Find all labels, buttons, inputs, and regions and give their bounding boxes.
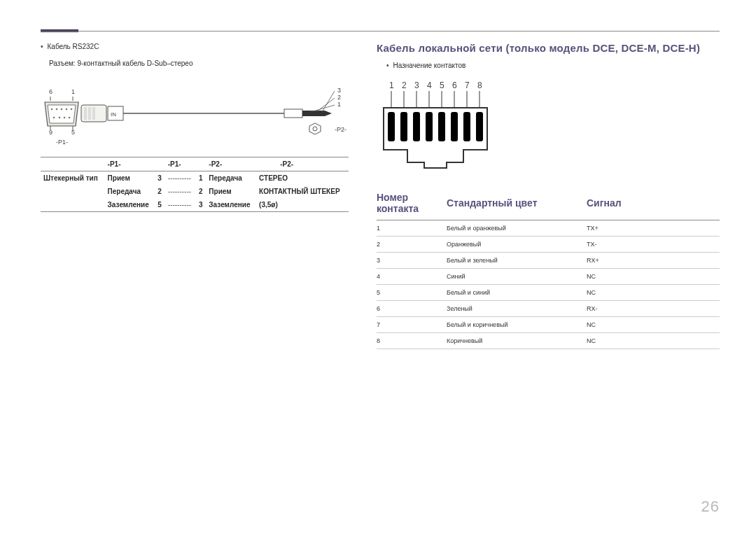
svg-line-22	[316, 98, 335, 112]
svg-point-6	[61, 108, 63, 110]
rj45-body	[384, 108, 487, 168]
svg-point-7	[66, 108, 68, 110]
svg-text:4: 4	[427, 80, 432, 90]
svg-text:8: 8	[477, 80, 482, 90]
wiring-header-row: -P1- -P1- -P2- -P2-	[41, 157, 349, 171]
pin-6: 6	[49, 88, 52, 95]
connector-desc: Разъем: 9-контактный кабель D-Sub–стерео	[49, 59, 349, 67]
jack-1: 1	[337, 101, 341, 108]
left-bullet: Кабель RS232C	[41, 42, 349, 52]
table-row: 3Белый и зеленыйRX+	[377, 252, 720, 268]
stereo-jack: 3 2 1 -P2-	[284, 87, 346, 134]
svg-rect-42	[388, 112, 395, 141]
svg-text:6: 6	[452, 80, 457, 90]
svg-rect-49	[476, 112, 483, 141]
svg-point-11	[64, 116, 66, 118]
svg-rect-44	[413, 112, 420, 141]
table-row: 5Белый и синийNC	[377, 284, 720, 300]
pinout-header-row: Номер контакта Стандартный цвет Сигнал	[377, 188, 720, 220]
cable-grip: IN	[81, 105, 123, 122]
svg-point-10	[59, 116, 61, 118]
svg-rect-43	[400, 112, 407, 141]
svg-point-25	[313, 127, 317, 131]
lan-section-title: Кабель локальной сети (только модель DCE…	[377, 42, 720, 54]
jack-3: 3	[337, 87, 341, 94]
p1-label: -P1-	[56, 139, 68, 146]
table-row: 7Белый и коричневыйNC	[377, 316, 720, 332]
table-row: 6ЗеленыйRX-	[377, 300, 720, 316]
table-row: 2ОранжевыйTX-	[377, 236, 720, 252]
pin-assignment-bullet: Назначение контактов	[386, 61, 720, 71]
header-rule	[41, 31, 720, 31]
pin-1: 1	[71, 88, 75, 95]
th-pin-number: Номер контакта	[377, 188, 447, 220]
pin-9: 9	[49, 129, 52, 136]
wiring-table: -P1- -P1- -P2- -P2- Штекерный тип Прием …	[41, 157, 349, 212]
pin-5: 5	[71, 129, 75, 136]
in-label: IN	[111, 111, 116, 118]
svg-text:7: 7	[465, 80, 470, 90]
p2-label: -P2-	[335, 126, 346, 133]
table-row: Передача 2 ---------- 2 Прием КОНТАКТНЫЙ…	[41, 185, 349, 198]
th-color: Стандартный цвет	[447, 188, 587, 220]
svg-text:3: 3	[414, 80, 419, 90]
page-number: 26	[701, 498, 720, 516]
jack-2: 2	[337, 94, 341, 101]
svg-text:5: 5	[440, 80, 444, 90]
svg-rect-18	[284, 109, 302, 118]
svg-rect-16	[92, 107, 95, 120]
svg-marker-20	[325, 111, 332, 116]
dsub-connector: 6 1 9 5 -P1-	[45, 88, 78, 146]
svg-point-9	[53, 116, 55, 118]
pinout-table: Номер контакта Стандартный цвет Сигнал 1…	[377, 188, 720, 349]
svg-point-12	[69, 116, 71, 118]
right-column: Кабель локальной сети (только модель DCE…	[377, 42, 720, 349]
table-row: 4СинийNC	[377, 268, 720, 284]
th-signal: Сигнал	[587, 188, 720, 220]
svg-point-8	[71, 108, 73, 110]
svg-rect-47	[451, 112, 458, 141]
svg-rect-48	[463, 112, 470, 141]
svg-line-21	[322, 91, 335, 112]
table-row: 8КоричневыйNC	[377, 332, 720, 349]
table-row: Штекерный тип Прием 3 ---------- 1 Перед…	[41, 171, 349, 185]
svg-point-5	[56, 108, 58, 110]
svg-text:2: 2	[402, 80, 407, 90]
svg-rect-46	[438, 112, 445, 141]
svg-rect-15	[88, 107, 91, 120]
svg-text:1: 1	[389, 80, 394, 90]
table-row: Заземление 5 ---------- 3 Заземление (3,…	[41, 198, 349, 212]
svg-point-4	[51, 108, 53, 110]
svg-rect-14	[84, 107, 87, 120]
table-row: 1Белый и оранжевыйTX+	[377, 220, 720, 236]
rj45-diagram: 1 2 3 4 5 6 7 8	[382, 80, 720, 174]
rj45-svg: 1 2 3 4 5 6 7 8	[382, 80, 501, 171]
cable-svg: 6 1 9 5 -P1-	[41, 77, 349, 154]
left-column: Кабель RS232C Разъем: 9-контактный кабел…	[41, 42, 349, 349]
svg-rect-45	[426, 112, 433, 141]
cable-diagram: 6 1 9 5 -P1-	[41, 77, 349, 147]
